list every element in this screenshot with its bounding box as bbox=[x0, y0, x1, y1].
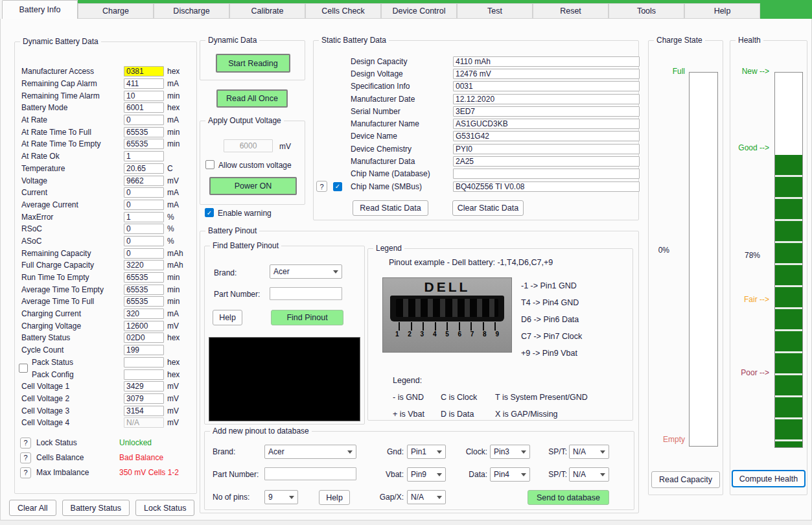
group-health: Health New --> Good --> 78% Fair --> Poo… bbox=[730, 40, 807, 495]
field-value-input[interactable] bbox=[453, 81, 640, 91]
tab[interactable]: Reset bbox=[533, 3, 609, 19]
no-of-pins-select[interactable]: 9 bbox=[264, 490, 298, 504]
part-number-input[interactable] bbox=[270, 287, 342, 300]
spt1-select[interactable]: N/A bbox=[569, 445, 609, 459]
read-capacity-button[interactable]: Read Capacity bbox=[651, 471, 720, 488]
field-value-input[interactable] bbox=[124, 236, 164, 246]
field-value-input[interactable] bbox=[124, 309, 164, 319]
field-value-input[interactable] bbox=[453, 119, 640, 129]
tab[interactable]: Battery Info bbox=[2, 0, 78, 19]
help-question-icon[interactable]: ? bbox=[20, 438, 31, 449]
vbat-select[interactable]: Pin9 bbox=[407, 467, 446, 482]
brand-label: Brand: bbox=[214, 268, 237, 277]
field-value-input[interactable] bbox=[124, 139, 164, 149]
tab[interactable]: Charge bbox=[78, 3, 154, 19]
vbat-selected-value: Pin9 bbox=[411, 470, 426, 479]
add-pinout-help-button[interactable]: Help bbox=[319, 490, 350, 505]
field-value-input[interactable] bbox=[453, 106, 640, 117]
pack-status-input[interactable] bbox=[124, 357, 164, 368]
field-value-input[interactable] bbox=[124, 332, 164, 343]
field-value-input[interactable] bbox=[453, 169, 640, 179]
field-value-input[interactable] bbox=[124, 406, 164, 416]
field-value-input[interactable] bbox=[453, 94, 640, 104]
data-label: Data: bbox=[458, 470, 487, 479]
field-value-input[interactable] bbox=[124, 393, 164, 404]
health-good-label: Good --> bbox=[730, 143, 769, 152]
bottom-button[interactable]: Clear All bbox=[9, 500, 56, 516]
field-value-input[interactable] bbox=[124, 248, 164, 259]
field-value-input[interactable] bbox=[124, 224, 164, 234]
field-value-input[interactable] bbox=[124, 296, 164, 307]
field-value-input[interactable] bbox=[124, 102, 164, 113]
power-on-button[interactable]: Power ON bbox=[209, 177, 297, 195]
field-value-input[interactable] bbox=[124, 345, 164, 355]
table-row: Device Chemistry bbox=[314, 143, 633, 155]
table-row: Design Capacity bbox=[314, 55, 633, 67]
field-value-input[interactable] bbox=[124, 187, 164, 198]
field-value-input[interactable] bbox=[453, 131, 640, 141]
find-pinout-button[interactable]: Find Pinout bbox=[271, 310, 343, 325]
charge-full-label: Full bbox=[649, 67, 685, 76]
field-value-input[interactable] bbox=[453, 69, 640, 79]
field-value-input[interactable] bbox=[124, 417, 164, 428]
field-value-input[interactable] bbox=[124, 176, 164, 186]
data-select[interactable]: Pin4 bbox=[490, 467, 530, 482]
gap-select[interactable]: N/A bbox=[407, 490, 446, 504]
help-question-icon[interactable]: ? bbox=[20, 467, 31, 478]
chip-name-smbus-checkbox[interactable] bbox=[333, 182, 342, 191]
field-value-input[interactable] bbox=[124, 321, 164, 331]
tab[interactable]: Calibrate bbox=[229, 3, 305, 19]
gnd-select[interactable]: Pin1 bbox=[407, 445, 446, 459]
add-part-number-input[interactable] bbox=[264, 467, 356, 480]
spt2-select[interactable]: N/A bbox=[569, 467, 609, 482]
pack-config-label: Pack Config bbox=[32, 368, 124, 380]
field-value-input[interactable] bbox=[124, 91, 164, 101]
pin-number: 5 bbox=[445, 331, 449, 338]
output-voltage-input[interactable] bbox=[224, 139, 273, 152]
allow-custom-voltage-checkbox[interactable] bbox=[205, 160, 215, 169]
read-all-once-button[interactable]: Read All Once bbox=[216, 89, 288, 108]
field-value-input[interactable] bbox=[124, 78, 164, 89]
field-value-input[interactable] bbox=[453, 156, 640, 167]
add-brand-select[interactable]: Acer bbox=[264, 445, 356, 459]
clear-static-data-button[interactable]: Clear Static Data bbox=[452, 200, 524, 216]
compute-health-button[interactable]: Compute Health bbox=[732, 470, 806, 487]
field-value-input[interactable] bbox=[124, 260, 164, 270]
field-value-input[interactable] bbox=[124, 381, 164, 391]
pack-config-input[interactable] bbox=[124, 369, 164, 380]
start-reading-button[interactable]: Start Reading bbox=[216, 54, 290, 73]
read-static-data-button[interactable]: Read Static Data bbox=[353, 200, 428, 216]
find-pinout-help-button[interactable]: Help bbox=[213, 310, 242, 325]
tab[interactable]: Device Control bbox=[381, 3, 457, 19]
field-value-input[interactable] bbox=[124, 163, 164, 174]
field-value-input[interactable] bbox=[124, 127, 164, 137]
field-value-input[interactable] bbox=[124, 200, 164, 210]
tab[interactable]: Test bbox=[457, 3, 533, 19]
help-question-icon[interactable]: ? bbox=[20, 452, 31, 463]
health-poor-label: Poor --> bbox=[730, 368, 769, 377]
tab[interactable]: Help bbox=[684, 3, 760, 19]
bottom-button[interactable]: Lock Status bbox=[135, 500, 194, 516]
send-to-database-button[interactable]: Send to database bbox=[528, 490, 609, 505]
tab[interactable]: Tools bbox=[609, 3, 684, 19]
brand-select[interactable]: Acer bbox=[270, 264, 342, 279]
group-title: Battery Pinout bbox=[205, 226, 259, 235]
field-value-input[interactable] bbox=[124, 272, 164, 283]
field-value-input[interactable] bbox=[453, 144, 640, 154]
field-label: Manufacturer Access bbox=[19, 67, 124, 76]
field-value-input[interactable] bbox=[124, 115, 164, 125]
tab[interactable]: Discharge bbox=[154, 3, 229, 19]
field-value-input[interactable] bbox=[124, 285, 164, 295]
bottom-button[interactable]: Battery Status bbox=[62, 500, 130, 516]
clock-select[interactable]: Pin3 bbox=[490, 445, 530, 459]
field-value-input[interactable] bbox=[124, 66, 164, 76]
brand-label: Brand: bbox=[213, 447, 235, 456]
help-question-icon[interactable]: ? bbox=[316, 181, 327, 192]
tab[interactable]: Cells Check bbox=[305, 3, 381, 19]
field-value-input[interactable] bbox=[124, 212, 164, 222]
field-value-input[interactable] bbox=[453, 56, 640, 67]
chip-name-smbus-input[interactable] bbox=[453, 181, 640, 192]
field-value-input[interactable] bbox=[124, 151, 164, 161]
pack-checkbox[interactable] bbox=[19, 364, 28, 373]
enable-warning-checkbox[interactable] bbox=[205, 208, 214, 217]
